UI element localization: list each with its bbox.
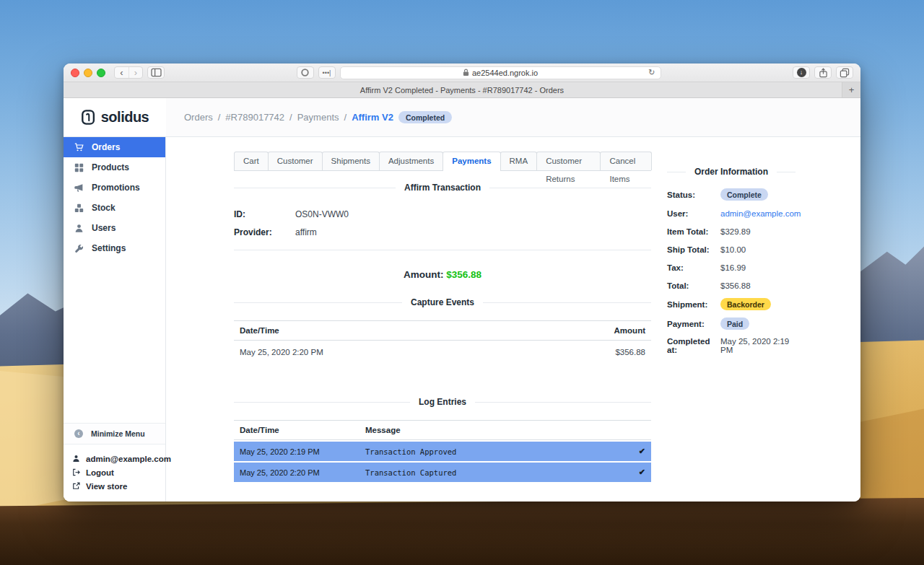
- address-bar[interactable]: ae2544ed.ngrok.io ↻: [340, 66, 661, 79]
- section-divider: [234, 250, 651, 250]
- megaphone-icon: [74, 183, 84, 193]
- ring-icon: [300, 68, 310, 77]
- order-tabs: Cart Customer Shipments Adjustments Paym…: [234, 152, 651, 171]
- payment-label: Payment:: [667, 320, 720, 328]
- amount-value: $356.88: [446, 269, 481, 280]
- transaction-fields: ID: OS0N-VWW0 Provider: affirm: [234, 209, 651, 237]
- sidebar-item-promotions[interactable]: Promotions: [64, 178, 165, 198]
- sidebar-bottom: ‹ Minimize Menu admin@example.com Logout…: [64, 423, 165, 502]
- log-col-datetime: Date/Time: [240, 426, 365, 434]
- lock-icon: [463, 69, 469, 76]
- minimize-window-button[interactable]: [84, 69, 92, 77]
- grid-icon: [74, 163, 84, 172]
- download-icon: ↓: [797, 68, 806, 77]
- sidebar-item-orders[interactable]: Orders: [64, 137, 165, 157]
- cart-icon: [74, 143, 84, 152]
- log-entry-message: Transaction Approved: [365, 447, 632, 456]
- tab-cancel-items[interactable]: Cancel Items: [600, 152, 652, 170]
- minimize-menu-button[interactable]: ‹ Minimize Menu: [64, 423, 165, 444]
- history-nav-group: ‹ ›: [114, 66, 143, 79]
- item-total-value: $329.89: [720, 227, 751, 236]
- order-user-email-link[interactable]: admin@example.com: [720, 209, 801, 218]
- sidebar-toggle-icon: [151, 68, 162, 77]
- extension-dots-button[interactable]: •••|: [318, 66, 336, 79]
- completed-at-value: May 25, 2020 2:19 PM: [720, 337, 796, 354]
- tab-overview-button[interactable]: [836, 66, 853, 79]
- sidebar-item-label: Users: [92, 223, 116, 233]
- close-window-button[interactable]: [71, 69, 79, 77]
- order-info-row-user: User: admin@example.com: [667, 208, 796, 219]
- total-value: $356.88: [720, 281, 751, 290]
- breadcrumb: Orders / #R789017742 / Payments / Affirm…: [166, 98, 452, 136]
- current-user-email: admin@example.com: [86, 455, 171, 463]
- order-user-label: User:: [667, 209, 720, 218]
- tabs-icon: [840, 68, 850, 78]
- total-label: Total:: [667, 281, 720, 290]
- sidebar-toggle-button[interactable]: [147, 66, 165, 79]
- log-entries-table: Date/Time Message May 25, 2020 2:19 PM T…: [234, 420, 651, 482]
- minimize-menu-label: Minimize Menu: [91, 429, 145, 438]
- logout-link[interactable]: Logout: [64, 465, 165, 479]
- capture-col-datetime: Date/Time: [240, 326, 279, 335]
- tab-customer-returns[interactable]: Customer Returns: [536, 152, 601, 170]
- completed-at-label: Completed at:: [667, 337, 720, 354]
- forward-button[interactable]: ›: [128, 67, 142, 78]
- zoom-window-button[interactable]: [97, 69, 105, 77]
- tab-cart[interactable]: Cart: [234, 152, 269, 170]
- sidebar-item-label: Products: [92, 162, 129, 172]
- solidus-logo[interactable]: solidus: [64, 98, 166, 136]
- reload-icon[interactable]: ↻: [648, 68, 655, 77]
- capture-event-datetime: May 25, 2020 2:20 PM: [240, 348, 323, 356]
- breadcrumb-link-order-number[interactable]: #R789017742: [225, 112, 284, 123]
- log-entries-header: Date/Time Message: [234, 420, 651, 440]
- page-content: solidus Orders / #R789017742 / Payments …: [64, 98, 860, 502]
- wrench-icon: [74, 244, 84, 253]
- breadcrumb-current[interactable]: Affirm V2: [352, 112, 393, 123]
- order-information-panel: Order Information Status: Complete User:…: [667, 152, 796, 502]
- order-info-row-completed-at: Completed at: May 25, 2020 2:19 PM: [667, 337, 796, 354]
- share-icon: [819, 68, 828, 78]
- transaction-id-label: ID:: [234, 209, 295, 219]
- tab-shipments[interactable]: Shipments: [322, 152, 380, 170]
- log-entry-row: May 25, 2020 2:19 PM Transaction Approve…: [234, 442, 651, 461]
- tab-payments[interactable]: Payments: [443, 152, 500, 170]
- breadcrumb-link-orders[interactable]: Orders: [184, 112, 213, 123]
- check-icon: ✔: [632, 468, 645, 477]
- capture-event-amount: $356.88: [615, 348, 645, 356]
- back-button[interactable]: ‹: [115, 67, 128, 78]
- tab-customer[interactable]: Customer: [268, 152, 323, 170]
- capture-event-row: May 25, 2020 2:20 PM $356.88: [234, 341, 651, 364]
- log-col-status: [632, 426, 645, 434]
- log-entry-message: Transaction Captured: [365, 468, 632, 477]
- sidebar-item-settings[interactable]: Settings: [64, 238, 165, 258]
- sidebar-item-stock[interactable]: Stock: [64, 198, 165, 218]
- sidebar-item-label: Settings: [92, 243, 126, 253]
- payment-status-pill: Paid: [720, 317, 749, 330]
- logout-icon: [72, 468, 80, 476]
- order-status-pill: Complete: [720, 188, 768, 201]
- view-store-link[interactable]: View store: [64, 479, 165, 493]
- downloads-button[interactable]: ↓: [793, 66, 810, 79]
- share-button[interactable]: [814, 66, 832, 79]
- current-user-link[interactable]: admin@example.com: [64, 452, 165, 465]
- sidebar-item-products[interactable]: Products: [64, 157, 165, 178]
- capture-events-header: Date/Time Amount: [234, 320, 651, 341]
- capture-events-table: Date/Time Amount May 25, 2020 2:20 PM $3…: [234, 320, 651, 364]
- browser-tab-title[interactable]: Affirm V2 Completed - Payments - #R78901…: [64, 86, 860, 95]
- sidebar-item-users[interactable]: Users: [64, 218, 165, 238]
- extension-ring-button[interactable]: [297, 66, 314, 79]
- tab-adjustments[interactable]: Adjustments: [379, 152, 443, 170]
- breadcrumb-separator: /: [344, 112, 347, 123]
- order-info-row-payment: Payment: Paid: [667, 317, 796, 330]
- breadcrumb-link-payments[interactable]: Payments: [297, 112, 339, 123]
- tab-rma[interactable]: RMA: [500, 152, 538, 170]
- transaction-id-value: OS0N-VWW0: [295, 209, 349, 219]
- new-tab-button[interactable]: +: [842, 82, 860, 97]
- breadcrumb-separator: /: [218, 112, 221, 123]
- view-store-label: View store: [86, 482, 127, 491]
- browser-toolbar: ‹ › •••| ae2544ed.ngrok.io ↻ ↓: [64, 63, 860, 82]
- cubes-icon: [74, 203, 84, 213]
- log-col-message: Message: [365, 426, 632, 434]
- section-title-affirm-transaction: Affirm Transaction: [234, 183, 651, 193]
- person-icon: [72, 455, 80, 463]
